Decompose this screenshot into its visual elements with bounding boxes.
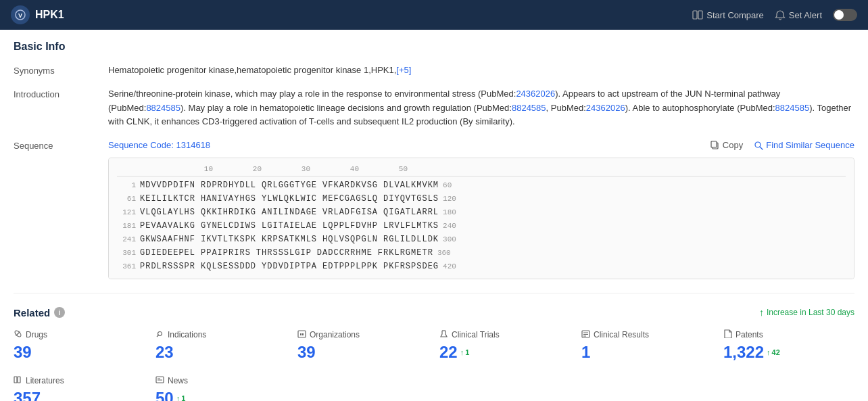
stat-item[interactable]: Literatures 357 <box>14 375 145 401</box>
sequence-line: 361 PRDLRSSSPR KQLSESSDDD YDDVDIPTPA EDT… <box>117 260 846 273</box>
stat-label: Indications <box>155 329 287 340</box>
stat-label: Clinical Trials <box>439 329 571 340</box>
seq-num-left: 241 <box>117 234 136 245</box>
stat-icon <box>155 375 164 386</box>
copy-button[interactable]: Copy <box>710 140 743 150</box>
seq-num-right: 60 <box>443 180 452 191</box>
stat-item[interactable]: Patents 1,322 ↑ 42 <box>723 329 854 362</box>
stat-item[interactable]: Organizations 39 <box>297 329 429 362</box>
stat-badge: ↑ 1 <box>176 394 186 401</box>
pubmed-link-5[interactable]: 8824585 <box>775 103 810 113</box>
seq-num-left: 61 <box>117 193 136 205</box>
sequence-line: 181 PEVAAVALKG GYNELCDIWS LGITAIELAE LQP… <box>117 220 846 232</box>
pubmed-link-3[interactable]: 8824585 <box>512 103 546 113</box>
stat-icon <box>723 329 732 340</box>
stat-value: 50 ↑ 1 <box>155 389 287 401</box>
find-similar-button[interactable]: Find Similar Sequence <box>754 140 854 150</box>
stat-icon <box>14 329 22 340</box>
sequence-label: Sequence <box>14 139 108 279</box>
svg-rect-2 <box>693 11 697 19</box>
synonyms-row: Synonyms Hematopoietic progenitor kinase… <box>14 64 854 78</box>
badge-arrow-icon: ↑ <box>176 394 180 401</box>
stat-item[interactable]: Clinical Results 1 <box>581 329 713 362</box>
sequence-lines: 1 MDVVDPDIFN RDPRDHYDLL QRLGGGTYGE VFKAR… <box>117 179 846 273</box>
introduction-value: Serine/threonine-protein kinase, which m… <box>108 87 854 129</box>
alert-icon <box>775 9 786 20</box>
introduction-row: Introduction Serine/threonine-protein ki… <box>14 87 854 129</box>
pubmed-link-2[interactable]: 8824585 <box>146 103 180 113</box>
svg-rect-11 <box>300 333 302 335</box>
synonyms-label: Synonyms <box>14 64 108 78</box>
seq-num-right: 360 <box>437 247 451 259</box>
stat-label: Clinical Results <box>581 329 713 340</box>
svg-rect-10 <box>298 331 306 337</box>
section-divider <box>14 293 854 293</box>
stat-value: 1,322 ↑ 42 <box>723 343 854 362</box>
svg-rect-3 <box>698 11 702 19</box>
sequence-row: Sequence Sequence Code: 1314618 Copy <box>14 139 854 279</box>
stat-item[interactable]: News 50 ↑ 1 <box>155 375 287 401</box>
stat-value: 1 <box>581 343 713 362</box>
svg-line-8 <box>16 331 20 335</box>
start-compare-button[interactable]: Start Compare <box>692 9 764 20</box>
sequence-content: Sequence Code: 1314618 Copy <box>108 139 854 279</box>
stat-value: 22 ↑ 1 <box>439 343 571 362</box>
svg-rect-19 <box>18 377 20 383</box>
seq-num-left: 1 <box>117 180 136 191</box>
pubmed-link-4[interactable]: 24362026 <box>586 103 625 113</box>
seq-num-left: 121 <box>117 207 136 218</box>
header: V HPK1 Start Compare Set Alert <box>0 0 868 30</box>
sequence-line: 61 KEILILKTCR HANIVAYHGS YLWLQKLWIC MEFC… <box>117 193 846 205</box>
alert-toggle[interactable] <box>833 9 857 21</box>
badge-arrow-icon: ↑ <box>767 348 771 356</box>
sequence-code-link[interactable]: Sequence Code: 1314618 <box>108 139 210 152</box>
related-info-icon[interactable]: i <box>54 307 65 318</box>
stat-badge: ↑ 42 <box>767 348 780 356</box>
page-title: HPK1 <box>35 9 64 21</box>
seq-num-right: 420 <box>443 261 456 273</box>
introduction-label: Introduction <box>14 87 108 129</box>
seq-data: PEVAAVALKG GYNELCDIWS LGITAIELAE LQPPLFD… <box>140 220 439 232</box>
set-alert-button[interactable]: Set Alert <box>775 9 822 20</box>
seq-num-left: 181 <box>117 220 136 232</box>
stat-item[interactable]: Drugs 39 <box>14 329 145 362</box>
seq-num-right: 180 <box>443 207 456 218</box>
stat-label: Drugs <box>14 329 145 340</box>
header-right: Start Compare Set Alert <box>692 9 857 21</box>
sequence-header: Sequence Code: 1314618 Copy <box>108 139 854 152</box>
related-title: Related i <box>14 307 65 319</box>
svg-rect-12 <box>302 333 304 335</box>
sequence-line: 121 VLQGLAYLHS QKKIHRDIKG ANILINDAGE VRL… <box>117 206 846 218</box>
seq-num-right: 120 <box>443 193 456 205</box>
stat-icon <box>297 329 306 340</box>
svg-rect-18 <box>14 377 17 383</box>
seq-data: GKWSAAFHNF IKVTLTKSPK KRPSATKMLS HQLVSQP… <box>140 233 439 245</box>
stat-value: 39 <box>14 343 145 362</box>
sequence-actions: Copy Find Similar Sequence <box>710 140 854 150</box>
pubmed-link-1[interactable]: 24362026 <box>516 89 555 99</box>
stat-item[interactable]: Indications 23 <box>155 329 287 362</box>
stat-value: 357 <box>14 389 145 401</box>
sequence-box[interactable]: 10 20 30 40 50 1 MDVVDPDIFN RDPRDHYDLL Q… <box>108 158 854 279</box>
sequence-ruler: 10 20 30 40 50 <box>117 164 846 177</box>
stat-item[interactable]: Clinical Trials 22 ↑ 1 <box>439 329 571 362</box>
seq-data: GDIEDEEPEL PPAIPRIRS THRSSSLGIP DADCCRRH… <box>140 247 433 259</box>
stat-label: Literatures <box>14 375 145 386</box>
synonyms-more-link[interactable]: [+5] <box>396 65 411 75</box>
copy-icon <box>710 141 720 150</box>
seq-data: MDVVDPDIFN RDPRDHYDLL QRLGGGTYGE VFKARDK… <box>140 179 439 191</box>
synonyms-value: Hematopoietic progenitor kinase,hematopo… <box>108 64 854 78</box>
stat-label: Organizations <box>297 329 429 340</box>
svg-text:V: V <box>18 12 22 19</box>
stat-icon <box>14 375 22 386</box>
seq-data: KEILILKTCR HANIVAYHGS YLWLQKLWIC MEFCGAG… <box>140 193 439 205</box>
stat-icon <box>155 329 164 340</box>
seq-data: VLQGLAYLHS QKKIHRDIKG ANILINDAGE VRLADFG… <box>140 206 439 218</box>
stats-grid-2: Literatures 357 News 50 ↑ 1 <box>14 375 854 401</box>
svg-rect-5 <box>711 141 717 147</box>
compare-icon <box>692 9 703 20</box>
basic-info-section-title: Basic Info <box>14 41 854 53</box>
stat-icon <box>439 329 448 340</box>
stat-value: 39 <box>297 343 429 362</box>
seq-num-right: 300 <box>443 234 456 245</box>
